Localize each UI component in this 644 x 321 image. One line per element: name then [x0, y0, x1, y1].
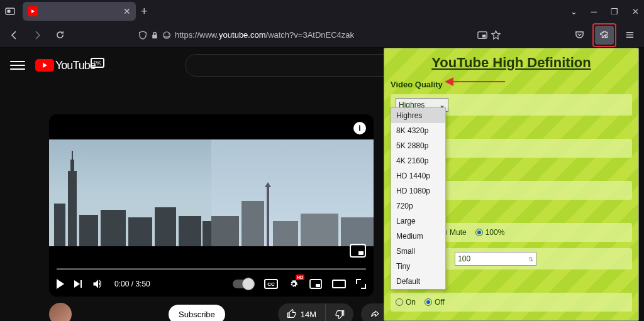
info-icon[interactable]: i — [353, 122, 366, 134]
volume-100-radio[interactable]: 100% — [475, 228, 505, 237]
overflow-chevron-icon[interactable]: ⌄ — [570, 7, 577, 16]
extensions-button-highlight — [592, 23, 616, 47]
youtube-favicon-icon — [28, 6, 38, 16]
pocket-icon[interactable] — [570, 26, 589, 45]
extension-popup: YouTube High Definition Video Quality Hi… — [384, 48, 639, 321]
fullscreen-button[interactable] — [356, 279, 366, 289]
player-controls: 0:00 / 3:50 CC HD — [49, 271, 374, 297]
miniplayer-overlay-icon[interactable] — [350, 244, 366, 258]
url-text: https://www.youtube.com/watch?v=3AtDnEC4… — [175, 30, 474, 40]
quality-option[interactable]: 4K 2160p — [391, 153, 445, 168]
like-count: 14M — [301, 310, 316, 319]
url-bar[interactable]: https://www.youtube.com/watch?v=3AtDnEC4… — [133, 26, 506, 45]
youtube-logo[interactable]: YouTube PK — [35, 59, 96, 72]
search-input[interactable] — [185, 54, 399, 77]
miniplayer-button[interactable] — [309, 279, 322, 289]
quality-option[interactable]: Small — [391, 244, 445, 259]
firefox-view-button[interactable] — [5, 6, 15, 16]
captions-button[interactable]: CC — [264, 279, 278, 289]
browser-toolbar: https://www.youtube.com/watch?v=3AtDnEC4… — [0, 23, 644, 48]
svg-rect-1 — [8, 10, 11, 13]
autoplay-toggle[interactable] — [233, 280, 254, 288]
video-frame — [49, 139, 374, 246]
new-tab-button[interactable]: + — [141, 5, 148, 18]
progress-bar[interactable] — [57, 268, 366, 270]
quality-option[interactable]: 720p — [391, 199, 445, 214]
country-code: PK — [91, 58, 104, 68]
volume-button[interactable] — [92, 278, 104, 290]
browser-tab[interactable]: ✕ — [23, 2, 136, 21]
below-player-row: Subscribe 14M Share — [49, 303, 414, 321]
guide-menu-button[interactable] — [10, 58, 25, 73]
like-button[interactable]: 14M — [278, 303, 326, 321]
youtube-page: YouTube PK in i — [0, 48, 644, 321]
quality-option[interactable]: Large — [391, 214, 445, 229]
youtube-play-icon — [35, 59, 54, 72]
lock-icon — [151, 31, 158, 39]
extension-title: YouTube High Definition — [384, 48, 638, 77]
extensions-button[interactable] — [595, 26, 614, 45]
nav-back-button[interactable] — [5, 26, 24, 45]
channel-avatar[interactable] — [49, 303, 72, 321]
quality-option[interactable]: HD 1440p — [391, 168, 445, 183]
quality-option[interactable]: 8K 4320p — [391, 123, 445, 138]
volume-level-input[interactable]: 100 — [455, 252, 536, 266]
window-close-button[interactable]: ✕ — [632, 7, 639, 16]
next-button[interactable] — [74, 280, 82, 288]
permissions-icon — [162, 31, 171, 40]
quality-option[interactable]: Highres — [391, 108, 445, 123]
reader-mode-icon[interactable] — [477, 31, 487, 40]
shield-icon — [138, 31, 147, 40]
quality-option[interactable]: Default — [391, 274, 445, 289]
theater-mode-button[interactable] — [332, 280, 346, 288]
play-button[interactable] — [57, 279, 64, 289]
quality-option[interactable]: Medium — [391, 229, 445, 244]
nav-reload-button[interactable] — [50, 26, 69, 45]
subscribe-button[interactable]: Subscribe — [169, 305, 225, 322]
nav-forward-button[interactable] — [28, 26, 47, 45]
on-off-row: On Off — [391, 293, 632, 312]
option-off-radio[interactable]: Off — [425, 298, 445, 307]
quality-option[interactable]: 5K 2880p — [391, 138, 445, 153]
quality-option[interactable]: Tiny — [391, 259, 445, 274]
dislike-button[interactable] — [326, 303, 353, 321]
section-video-quality: Video Quality — [384, 77, 638, 92]
video-player[interactable]: i 0:00 / 3:50 CC HD — [49, 114, 374, 297]
quality-dropdown-list[interactable]: Highres 8K 4320p 5K 2880p 4K 2160p HD 14… — [391, 107, 446, 290]
bookmark-star-icon[interactable] — [491, 30, 501, 40]
section-video-annotations: Video Annotations — [384, 318, 638, 321]
annotation-arrow — [445, 77, 505, 86]
quality-option[interactable]: HD 1080p — [391, 183, 445, 199]
svg-rect-4 — [482, 35, 486, 37]
window-maximize-button[interactable]: ❐ — [611, 7, 618, 16]
app-menu-button[interactable] — [620, 26, 639, 45]
settings-button[interactable]: HD — [288, 278, 299, 290]
time-display: 0:00 / 3:50 — [114, 280, 150, 288]
browser-tab-strip: ✕ + ⌄ ─ ❐ ✕ — [0, 0, 644, 23]
hd-badge-icon: HD — [296, 275, 304, 280]
window-minimize-button[interactable]: ─ — [591, 7, 597, 16]
option-on-radio[interactable]: On — [396, 298, 416, 307]
svg-rect-6 — [316, 284, 320, 287]
tab-close-button[interactable]: ✕ — [123, 6, 131, 16]
